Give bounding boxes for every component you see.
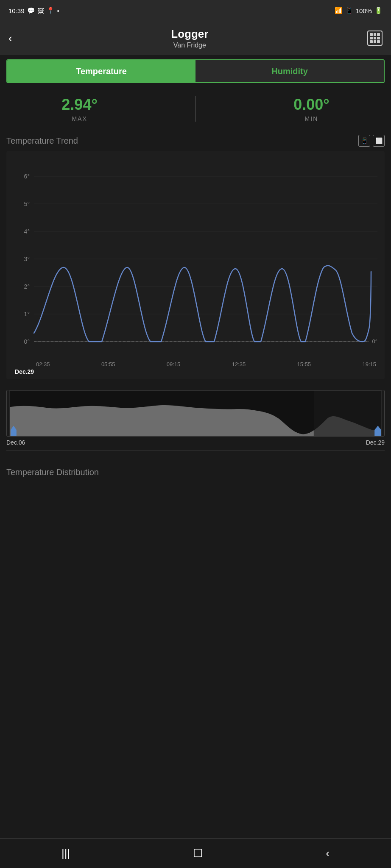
distribution-title: Temperature Distribution	[6, 467, 385, 477]
tab-temperature[interactable]: Temperature	[7, 60, 196, 82]
temperature-chart: 6° 5° 4° 3° 2° 1° 0° 0°	[6, 155, 385, 359]
overview-chart-wrapper[interactable]	[6, 390, 385, 437]
home-button[interactable]: ☐	[193, 847, 203, 860]
phone-icon[interactable]: 📱	[358, 135, 370, 147]
back-button[interactable]: ‹	[8, 32, 12, 45]
x-label-5: 19:15	[362, 361, 376, 367]
overview-start-date: Dec.06	[6, 439, 25, 446]
x-label-0: 02:35	[36, 361, 50, 367]
nav-back-button[interactable]: ‹	[326, 847, 330, 860]
section-header: Temperature Trend 📱 ⬜	[6, 135, 385, 147]
stat-min: 0.00° MIN	[293, 96, 329, 122]
svg-rect-0	[6, 155, 385, 359]
header: ‹ Logger Van Fridge	[0, 21, 391, 55]
svg-text:6°: 6°	[24, 173, 30, 180]
chart-container: 6° 5° 4° 3° 2° 1° 0° 0°	[6, 151, 385, 379]
svg-text:4°: 4°	[24, 228, 30, 235]
nav-bar: ||| ☐ ‹	[0, 838, 391, 868]
sub-name: Van Fridge	[171, 42, 208, 49]
tab-humidity[interactable]: Humidity	[196, 60, 384, 82]
status-bar: 10:39 💬 🖼 📍 • 📶 📱 100% 🔋	[0, 0, 391, 21]
x-axis-date: Dec.29	[6, 367, 385, 375]
stat-max: 2.94° MAX	[61, 96, 97, 122]
location-icon: 📍	[47, 7, 55, 14]
max-label: MAX	[61, 115, 97, 122]
grid-button[interactable]	[367, 31, 383, 46]
svg-text:0°: 0°	[24, 338, 30, 345]
export-icon[interactable]: ⬜	[373, 135, 385, 147]
stats-row: 2.94° MAX 0.00° MIN	[0, 87, 391, 131]
svg-rect-18	[314, 390, 381, 436]
image-icon: 🖼	[38, 7, 44, 14]
x-label-4: 15:55	[297, 361, 311, 367]
dot-icon: •	[57, 7, 59, 14]
x-axis-labels: 02:35 05:55 09:15 12:35 15:55 19:15	[6, 359, 385, 367]
svg-text:2°: 2°	[24, 283, 30, 290]
svg-text:0°: 0°	[372, 338, 377, 345]
svg-text:1°: 1°	[24, 311, 30, 317]
menu-button[interactable]: |||	[61, 847, 70, 860]
x-label-1: 05:55	[101, 361, 115, 367]
battery-display: 100%	[356, 7, 372, 14]
tab-bar: Temperature Humidity	[6, 59, 385, 83]
wifi-icon: 📶	[335, 7, 343, 14]
divider	[6, 450, 385, 451]
stat-divider	[196, 96, 196, 122]
time-display: 10:39	[8, 7, 25, 14]
battery-icon: 🔋	[374, 7, 383, 14]
overview-chart	[7, 390, 384, 436]
section-title: Temperature Trend	[6, 136, 78, 146]
svg-text:5°: 5°	[24, 200, 30, 207]
temperature-distribution-section: Temperature Distribution	[0, 459, 391, 486]
header-title: Logger Van Fridge	[171, 28, 208, 49]
x-label-2: 09:15	[167, 361, 181, 367]
overview-labels: Dec.06 Dec.29	[0, 437, 391, 446]
grid-icon	[367, 31, 383, 46]
chat-icon: 💬	[27, 7, 35, 14]
section-icons: 📱 ⬜	[358, 135, 385, 147]
svg-text:3°: 3°	[24, 256, 30, 262]
overview-end-date: Dec.29	[366, 439, 385, 446]
min-label: MIN	[293, 115, 329, 122]
signal-icon: 📱	[345, 7, 353, 14]
temperature-trend-section: Temperature Trend 📱 ⬜ 6° 5° 4° 3° 2° 1° …	[0, 131, 391, 384]
x-label-3: 12:35	[232, 361, 246, 367]
min-value: 0.00°	[293, 96, 329, 114]
max-value: 2.94°	[61, 96, 97, 114]
status-right: 📶 📱 100% 🔋	[335, 7, 383, 14]
status-left: 10:39 💬 🖼 📍 •	[8, 7, 59, 14]
app-name: Logger	[171, 28, 208, 41]
